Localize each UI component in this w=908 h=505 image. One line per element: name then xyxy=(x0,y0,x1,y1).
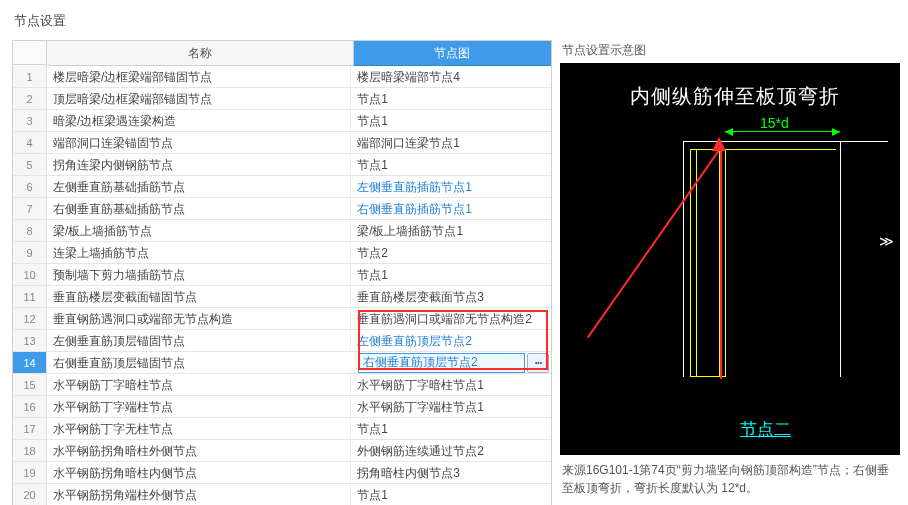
table-row[interactable]: 10预制墙下剪力墙插筋节点节点1 xyxy=(13,264,551,286)
diagram-node-label[interactable]: 节点二 xyxy=(740,418,791,441)
row-name-cell[interactable]: 垂直钢筋遇洞口或端部无节点构造 xyxy=(47,308,351,329)
row-node-cell[interactable]: 节点1 xyxy=(351,418,551,439)
table-row[interactable]: 17水平钢筋丁字无柱节点节点1 xyxy=(13,418,551,440)
table-row[interactable]: 15水平钢筋丁字暗柱节点水平钢筋丁字暗柱节点1 xyxy=(13,374,551,396)
col-name[interactable]: 名称 xyxy=(47,41,354,66)
table-row[interactable]: 6左侧垂直筋基础插筋节点左侧垂直筋插筋节点1 xyxy=(13,176,551,198)
row-number: 18 xyxy=(13,440,47,461)
table-row[interactable]: 18水平钢筋拐角暗柱外侧节点外侧钢筋连续通过节点2 xyxy=(13,440,551,462)
row-name-cell[interactable]: 水平钢筋拐角端柱外侧节点 xyxy=(47,484,351,505)
row-node-cell[interactable]: 节点1 xyxy=(351,154,551,175)
row-node-cell[interactable]: ··· xyxy=(356,352,551,373)
row-number: 6 xyxy=(13,176,47,197)
row-node-cell[interactable]: 水平钢筋丁字端柱节点1 xyxy=(351,396,551,417)
table-row[interactable]: 5拐角连梁内侧钢筋节点节点1 xyxy=(13,154,551,176)
row-node-cell[interactable]: 端部洞口连梁节点1 xyxy=(351,132,551,153)
row-number: 1 xyxy=(13,66,47,87)
row-number: 12 xyxy=(13,308,47,329)
row-number: 8 xyxy=(13,220,47,241)
row-name-cell[interactable]: 楼层暗梁/边框梁端部锚固节点 xyxy=(47,66,351,87)
preview-diagram: 内侧纵筋伸至板顶弯折 15*d ≫ 节点二 xyxy=(560,63,900,455)
row-node-cell[interactable]: 梁/板上墙插筋节点1 xyxy=(351,220,551,241)
row-name-cell[interactable]: 连梁上墙插筋节点 xyxy=(47,242,351,263)
row-name-cell[interactable]: 水平钢筋拐角暗柱外侧节点 xyxy=(47,440,351,461)
row-name-cell[interactable]: 水平钢筋丁字端柱节点 xyxy=(47,396,351,417)
table-row[interactable]: 16水平钢筋丁字端柱节点水平钢筋丁字端柱节点1 xyxy=(13,396,551,418)
row-node-cell[interactable]: 水平钢筋丁字暗柱节点1 xyxy=(351,374,551,395)
row-name-cell[interactable]: 端部洞口连梁锚固节点 xyxy=(47,132,351,153)
row-number: 10 xyxy=(13,264,47,285)
row-node-cell[interactable]: 节点1 xyxy=(351,88,551,109)
node-table: 名称 节点图 1楼层暗梁/边框梁端部锚固节点楼层暗梁端部节点42顶层暗梁/边框梁… xyxy=(12,40,552,505)
diagram-banner: 内侧纵筋伸至板顶弯折 xyxy=(630,83,890,110)
table-row[interactable]: 8梁/板上墙插筋节点梁/板上墙插筋节点1 xyxy=(13,220,551,242)
row-name-cell[interactable]: 水平钢筋丁字无柱节点 xyxy=(47,418,351,439)
row-number: 14 xyxy=(13,352,47,373)
row-number: 13 xyxy=(13,330,47,351)
diagram-dimension: 15*d xyxy=(760,115,789,131)
row-number: 17 xyxy=(13,418,47,439)
preview-title: 节点设置示意图 xyxy=(560,40,900,63)
source-text: 来源16G101-1第74页“剪力墙竖向钢筋顶部构造”节点；右侧垂至板顶弯折，弯… xyxy=(560,455,900,497)
row-name-cell[interactable]: 右侧垂直筋顶层锚固节点 xyxy=(47,352,356,373)
row-node-cell[interactable]: 左侧垂直筋插筋节点1 xyxy=(351,176,551,197)
ellipsis-icon: ··· xyxy=(534,352,541,373)
row-name-cell[interactable]: 右侧垂直筋基础插筋节点 xyxy=(47,198,351,219)
row-number: 7 xyxy=(13,198,47,219)
row-number: 16 xyxy=(13,396,47,417)
page-title: 节点设置 xyxy=(12,8,900,40)
table-row[interactable]: 2顶层暗梁/边框梁端部锚固节点节点1 xyxy=(13,88,551,110)
table-row[interactable]: 4端部洞口连梁锚固节点端部洞口连梁节点1 xyxy=(13,132,551,154)
col-node[interactable]: 节点图 xyxy=(354,41,551,66)
row-node-cell[interactable]: 左侧垂直筋顶层节点2 xyxy=(351,330,551,351)
row-number: 3 xyxy=(13,110,47,131)
row-node-cell[interactable]: 拐角暗柱内侧节点3 xyxy=(351,462,551,483)
table-row[interactable]: 13左侧垂直筋顶层锚固节点左侧垂直筋顶层节点2 xyxy=(13,330,551,352)
node-browse-button[interactable]: ··· xyxy=(527,353,549,373)
row-name-cell[interactable]: 水平钢筋拐角暗柱内侧节点 xyxy=(47,462,351,483)
row-node-cell[interactable]: 节点1 xyxy=(351,484,551,505)
table-row[interactable]: 14右侧垂直筋顶层锚固节点··· xyxy=(13,352,551,374)
row-number: 11 xyxy=(13,286,47,307)
row-name-cell[interactable]: 预制墙下剪力墙插筋节点 xyxy=(47,264,351,285)
row-name-cell[interactable]: 左侧垂直筋基础插筋节点 xyxy=(47,176,351,197)
row-node-cell[interactable]: 节点2 xyxy=(351,242,551,263)
row-name-cell[interactable]: 拐角连梁内侧钢筋节点 xyxy=(47,154,351,175)
row-node-cell[interactable]: 楼层暗梁端部节点4 xyxy=(351,66,551,87)
table-row[interactable]: 12垂直钢筋遇洞口或端部无节点构造垂直筋遇洞口或端部无节点构造2 xyxy=(13,308,551,330)
row-node-cell[interactable]: 节点1 xyxy=(351,264,551,285)
table-row[interactable]: 1楼层暗梁/边框梁端部锚固节点楼层暗梁端部节点4 xyxy=(13,66,551,88)
col-rownum xyxy=(13,41,47,65)
table-row[interactable]: 19水平钢筋拐角暗柱内侧节点拐角暗柱内侧节点3 xyxy=(13,462,551,484)
table-row[interactable]: 11垂直筋楼层变截面锚固节点垂直筋楼层变截面节点3 xyxy=(13,286,551,308)
node-edit-input[interactable] xyxy=(358,353,525,373)
table-row[interactable]: 7右侧垂直筋基础插筋节点右侧垂直筋插筋节点1 xyxy=(13,198,551,220)
row-node-cell[interactable]: 节点1 xyxy=(351,110,551,131)
table-row[interactable]: 9连梁上墙插筋节点节点2 xyxy=(13,242,551,264)
table-row[interactable]: 20水平钢筋拐角端柱外侧节点节点1 xyxy=(13,484,551,505)
table-row[interactable]: 3暗梁/边框梁遇连梁构造节点1 xyxy=(13,110,551,132)
row-number: 19 xyxy=(13,462,47,483)
row-number: 15 xyxy=(13,374,47,395)
row-name-cell[interactable]: 垂直筋楼层变截面锚固节点 xyxy=(47,286,351,307)
row-node-cell[interactable]: 右侧垂直筋插筋节点1 xyxy=(351,198,551,219)
row-number: 5 xyxy=(13,154,47,175)
row-number: 20 xyxy=(13,484,47,505)
row-node-cell[interactable]: 外侧钢筋连续通过节点2 xyxy=(351,440,551,461)
row-name-cell[interactable]: 暗梁/边框梁遇连梁构造 xyxy=(47,110,351,131)
row-number: 4 xyxy=(13,132,47,153)
row-number: 2 xyxy=(13,88,47,109)
row-name-cell[interactable]: 梁/板上墙插筋节点 xyxy=(47,220,351,241)
row-number: 9 xyxy=(13,242,47,263)
row-node-cell[interactable]: 垂直筋遇洞口或端部无节点构造2 xyxy=(351,308,551,329)
row-name-cell[interactable]: 顶层暗梁/边框梁端部锚固节点 xyxy=(47,88,351,109)
row-node-cell[interactable]: 垂直筋楼层变截面节点3 xyxy=(351,286,551,307)
row-name-cell[interactable]: 左侧垂直筋顶层锚固节点 xyxy=(47,330,351,351)
row-name-cell[interactable]: 水平钢筋丁字暗柱节点 xyxy=(47,374,351,395)
